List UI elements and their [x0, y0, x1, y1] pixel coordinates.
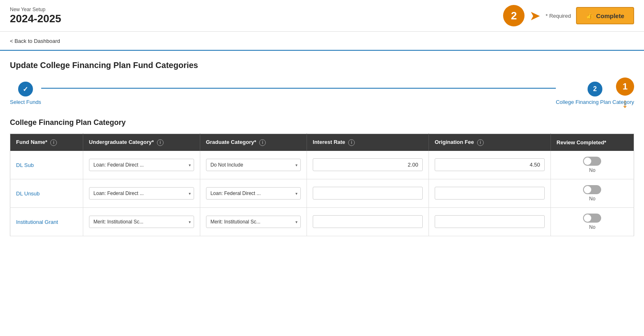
table-row: DL UnsubLoan: Federal Direct ...Do Not I…	[10, 179, 634, 207]
undergrad-category-select[interactable]: Loan: Federal Direct ...Do Not IncludeLo…	[89, 187, 194, 200]
col-grad-category: Graduate Category* i	[200, 134, 307, 151]
checkmark-icon: ✓	[23, 85, 28, 93]
grad-info-icon: i	[259, 139, 266, 146]
page-header: New Year Setup 2024-2025 2 ➤ * Required …	[0, 0, 644, 32]
page-content: Update College Financing Plan Fund Categ…	[0, 51, 644, 246]
toggle-status-label: No	[589, 167, 595, 173]
interest-rate-input[interactable]	[313, 215, 423, 228]
fund-name-link[interactable]: Institutional Grant	[16, 219, 58, 225]
review-completed-toggle[interactable]	[583, 185, 601, 194]
header-subtitle: New Year Setup	[10, 7, 61, 12]
stepper-container: ✓ Select Funds 2 College Financing Plan …	[10, 82, 634, 105]
col-review-completed: Review Completed*	[550, 134, 634, 151]
col-origination-fee: Origination Fee i	[429, 134, 550, 151]
step-2-item: 2 College Financing Plan Category	[556, 82, 634, 105]
toggle-status-label: No	[589, 196, 595, 202]
fund-name-info-icon: i	[50, 139, 57, 146]
interest-rate-input[interactable]	[313, 187, 423, 200]
undergrad-info-icon: i	[157, 139, 164, 146]
header-right: 2 ➤ * Required 👍 Complete	[503, 5, 634, 26]
undergrad-category-cell: Loan: Federal Direct ...Do Not IncludeLo…	[83, 151, 200, 179]
fund-name-cell: Institutional Grant	[10, 207, 83, 236]
undergrad-category-cell: Loan: Federal Direct ...Do Not IncludeLo…	[83, 207, 200, 236]
step-1-circle: ✓	[18, 82, 33, 96]
col-fund-name: Fund Name* i	[10, 134, 83, 151]
step-2-circle: 2	[588, 82, 602, 96]
page-title: Update College Financing Plan Fund Categ…	[10, 61, 634, 70]
col-undergrad-category: Undergraduate Category* i	[83, 134, 200, 151]
origination-fee-cell	[429, 179, 550, 207]
origination-info-icon: i	[477, 139, 484, 146]
step-1-item: ✓ Select Funds	[10, 82, 41, 105]
stepper: ✓ Select Funds 2 College Financing Plan …	[10, 82, 634, 105]
back-to-dashboard-link[interactable]: < Back to Dashboard	[10, 38, 60, 44]
origination-fee-input[interactable]	[435, 215, 545, 228]
section-title: College Financing Plan Category	[10, 118, 634, 127]
interest-rate-cell	[307, 207, 429, 236]
grad-category-select[interactable]: Do Not IncludeLoan: Federal Direct ...Lo…	[206, 159, 301, 171]
step-2-label: College Financing Plan Category	[556, 99, 634, 105]
grad-category-cell: Do Not IncludeLoan: Federal Direct ...Lo…	[200, 151, 307, 179]
review-completed-cell: No	[550, 151, 634, 179]
review-completed-cell: No	[550, 179, 634, 207]
table-row: Institutional GrantLoan: Federal Direct …	[10, 207, 634, 236]
fund-name-cell: DL Unsub	[10, 179, 83, 207]
table-header: Fund Name* i Undergraduate Category* i G…	[10, 134, 634, 151]
undergrad-category-select[interactable]: Loan: Federal Direct ...Do Not IncludeLo…	[89, 216, 194, 228]
grad-category-select[interactable]: Do Not IncludeLoan: Federal Direct ...Lo…	[206, 187, 301, 200]
complete-button[interactable]: 👍 Complete	[576, 7, 634, 24]
origination-fee-cell	[429, 207, 550, 236]
origination-fee-cell	[429, 151, 550, 179]
step-line	[41, 88, 556, 89]
complete-label: Complete	[596, 12, 624, 19]
grad-category-cell: Do Not IncludeLoan: Federal Direct ...Lo…	[200, 207, 307, 236]
step-annotation-2: 2	[503, 5, 525, 26]
arrow-icon: ➤	[529, 8, 541, 23]
thumb-icon: 👍	[586, 12, 594, 19]
undergrad-category-cell: Loan: Federal Direct ...Do Not IncludeLo…	[83, 179, 200, 207]
table-body: DL SubLoan: Federal Direct ...Do Not Inc…	[10, 151, 634, 236]
interest-rate-input[interactable]	[313, 158, 423, 171]
origination-fee-input[interactable]	[435, 158, 545, 171]
back-nav: < Back to Dashboard	[0, 32, 644, 51]
col-interest-rate: Interest Rate i	[307, 134, 429, 151]
review-completed-toggle[interactable]	[583, 157, 601, 166]
interest-info-icon: i	[348, 139, 355, 146]
grad-category-select[interactable]: Do Not IncludeLoan: Federal Direct ...Lo…	[206, 216, 301, 228]
origination-fee-input[interactable]	[435, 187, 545, 200]
interest-rate-cell	[307, 179, 429, 207]
interest-rate-cell	[307, 151, 429, 179]
fund-table: Fund Name* i Undergraduate Category* i G…	[10, 134, 634, 236]
table-row: DL SubLoan: Federal Direct ...Do Not Inc…	[10, 151, 634, 179]
review-completed-cell: No	[550, 207, 634, 236]
undergrad-category-select[interactable]: Loan: Federal Direct ...Do Not IncludeLo…	[89, 159, 194, 171]
grad-category-cell: Do Not IncludeLoan: Federal Direct ...Lo…	[200, 179, 307, 207]
fund-name-link[interactable]: DL Unsub	[16, 190, 40, 197]
toggle-status-label: No	[589, 224, 595, 230]
header-left: New Year Setup 2024-2025	[10, 7, 61, 25]
fund-name-link[interactable]: DL Sub	[16, 162, 34, 168]
review-completed-toggle[interactable]	[583, 214, 601, 223]
header-title: 2024-2025	[10, 12, 61, 25]
fund-name-cell: DL Sub	[10, 151, 83, 179]
step-1-label: Select Funds	[10, 99, 41, 105]
required-text: * Required	[546, 13, 571, 19]
